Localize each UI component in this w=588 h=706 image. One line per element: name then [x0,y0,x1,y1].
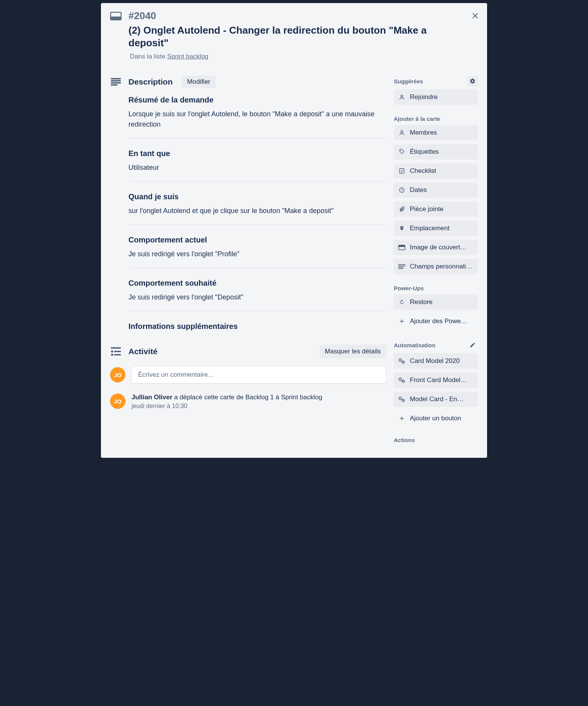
card-number: #2040 [128,10,156,22]
fields-icon [398,264,405,269]
actions-heading: Actions [394,437,478,443]
close-button[interactable] [471,10,479,21]
desc-heading: En tant que [128,149,386,158]
gears-icon [398,396,405,402]
desc-heading: Résumé de la demande [128,96,386,104]
comment-row: JO Écrivez un commentaire… [110,366,386,384]
svg-point-26 [400,379,401,380]
activity-user[interactable]: Jullian Oliver [132,394,172,401]
svg-rect-1 [110,16,121,20]
svg-point-32 [403,400,404,401]
svg-rect-20 [398,267,403,269]
powerups-heading: Power-Ups [394,285,478,291]
restore-icon [398,299,405,305]
gears-icon [398,358,405,364]
cover-button[interactable]: Image de couvert… [394,240,478,255]
activity-icon [110,347,122,356]
plus-icon [398,318,405,324]
svg-point-12 [401,131,403,133]
add-to-card-heading: Ajouter à la carte [394,115,478,122]
activity-title: Activité [128,347,158,356]
svg-point-9 [111,354,113,356]
join-label: Rejoindre [410,93,438,101]
close-icon [471,11,479,20]
custom-fields-button[interactable]: Champs personnali… [394,259,478,274]
checklist-button[interactable]: Checklist [394,163,478,179]
card-title[interactable]: (2) Onglet Autolend - Changer la redirec… [128,24,455,49]
edit-automation-button[interactable] [467,340,478,350]
svg-rect-6 [111,347,121,348]
divider [128,224,386,225]
join-button[interactable]: Rejoindre [394,89,478,105]
divider [128,181,386,182]
automation-item[interactable]: Front Card Model… [394,373,478,388]
desc-text: sur l'onglet Autolend et que je clique s… [128,206,386,216]
hide-details-button[interactable]: Masquer les détails [320,345,386,358]
members-button[interactable]: Membres [394,125,478,140]
list-link[interactable]: Sprint backlog [167,53,208,60]
card-header: #2040 [110,10,478,22]
suggested-heading: Suggérées [394,78,423,85]
person-icon [398,130,405,136]
attachment-button[interactable]: Pièce jointe [394,202,478,217]
comment-input[interactable]: Écrivez un commentaire… [132,366,386,384]
card-modal: #2040 (2) Onglet Autolend - Changer la r… [101,3,487,458]
svg-rect-10 [114,354,121,355]
desc-text: Utilisateur [128,163,386,173]
avatar[interactable]: JO [110,394,125,409]
pencil-icon [469,342,476,348]
svg-point-16 [401,227,403,228]
svg-rect-8 [114,351,121,352]
svg-point-22 [400,360,401,361]
restore-button[interactable]: Restore [394,294,478,310]
svg-rect-5 [111,85,117,86]
gears-icon [398,377,405,383]
activity-item: JO Jullian Oliver a déplacé cette carte … [110,394,386,410]
location-icon [398,225,405,232]
desc-heading: Quand je suis [128,192,386,201]
svg-rect-3 [111,80,121,81]
desc-text: Je suis redirigé vers l'onglet "Profile" [128,249,386,259]
desc-heading: Informations supplémentaires [128,322,386,331]
svg-point-7 [111,350,113,352]
list-prefix: Dans la liste [130,53,167,60]
desc-text: Je suis redirigé vers l'onglet "Deposit" [128,292,386,303]
svg-point-30 [400,398,401,399]
cover-icon [398,245,405,250]
desc-heading: Comportement actuel [128,236,386,244]
svg-point-13 [400,150,401,151]
description-icon [110,78,122,86]
svg-rect-19 [398,265,405,266]
svg-point-24 [403,362,404,363]
clock-icon [398,187,405,193]
description-title: Description [128,77,173,86]
svg-rect-14 [400,169,404,173]
dates-button[interactable]: Dates [394,182,478,198]
modify-button[interactable]: Modifier [182,76,216,88]
description-header: Description Modifier [110,76,386,88]
svg-rect-18 [399,245,405,247]
activity-text: Jullian Oliver a déplacé cette carte de … [132,394,322,401]
labels-button[interactable]: Étiquettes [394,144,478,159]
divider [128,138,386,138]
attachment-icon [398,206,405,212]
add-powerup-button[interactable]: Ajouter des Powe… [394,314,478,329]
add-automation-button[interactable]: Ajouter un bouton [394,411,478,426]
desc-text: Lorsque je suis sur l'onglet Autolend, l… [128,109,386,130]
location-button[interactable]: Emplacement [394,221,478,236]
svg-point-28 [403,381,404,382]
activity-header: Activité Masquer les détails [110,345,386,358]
svg-point-11 [401,95,403,97]
automation-item[interactable]: Model Card - En… [394,392,478,407]
activity-date[interactable]: jeudi dernier à 10:30 [132,403,322,410]
checklist-icon [398,168,405,174]
svg-rect-2 [111,78,121,79]
settings-button[interactable] [467,76,478,86]
description-body[interactable]: Résumé de la demande Lorsque je suis sur… [128,96,386,331]
person-icon [398,94,405,100]
gear-icon [469,78,476,84]
divider [128,268,386,268]
plus-icon [398,415,405,421]
avatar[interactable]: JO [110,367,125,382]
automation-item[interactable]: Card Model 2020 [394,353,478,369]
